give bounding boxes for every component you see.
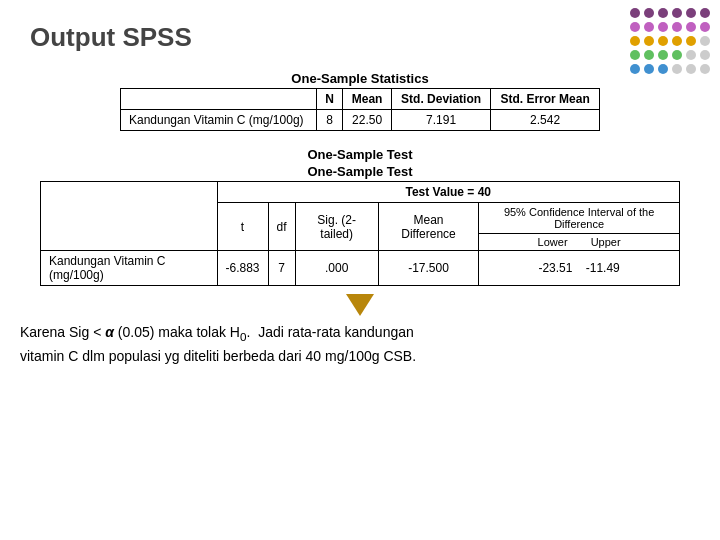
dot (700, 36, 710, 46)
dot (630, 22, 640, 32)
lower-upper-header: Lower Upper (479, 234, 680, 251)
test-table-rebuilt: Test Value = 40 t df Sig. (2-tailed) Mea… (40, 181, 680, 286)
test-row-lower-upper: -23.51 -11.49 (479, 251, 680, 286)
arrow-container (0, 294, 720, 316)
dot (630, 36, 640, 46)
test-section-title: One-Sample Test (30, 147, 690, 162)
dot (630, 8, 640, 18)
dot (644, 36, 654, 46)
stats-col-stddev: Std. Deviation (391, 89, 490, 110)
dot (700, 64, 710, 74)
dot (686, 36, 696, 46)
h-subscript: 0 (240, 330, 246, 343)
stats-section-title: One-Sample Statistics (30, 71, 690, 86)
dot (672, 36, 682, 46)
dot (644, 50, 654, 60)
dot (658, 22, 668, 32)
test-section-title2: One-Sample Test (30, 164, 690, 179)
dot (658, 50, 668, 60)
test-row-df: 7 (268, 251, 295, 286)
conclusion-line1: Karena Sig < (20, 324, 105, 340)
test-value-cell: Test Value = 40 (217, 182, 679, 203)
conclusion-line2: vitamin C dlm populasi yg diteliti berbe… (20, 348, 416, 364)
dot (686, 64, 696, 74)
df-header: df (268, 203, 295, 251)
test-thead-row1: Test Value = 40 (41, 182, 680, 203)
dot (672, 8, 682, 18)
conclusion-paren: (0.05) maka tolak H0. Jadi rata-rata kan… (114, 324, 414, 340)
upper-value: -11.49 (586, 261, 620, 275)
alpha-symbol: α (105, 324, 114, 340)
stats-row-mean: 22.50 (343, 110, 392, 131)
dot (672, 50, 682, 60)
dot (672, 64, 682, 74)
stats-col-label (121, 89, 317, 110)
stats-row-stderr: 2.542 (491, 110, 600, 131)
stats-col-mean: Mean (343, 89, 392, 110)
page-title: Output SPSS (0, 0, 720, 71)
lower-value: -23.51 (538, 261, 572, 275)
stats-row-label: Kandungan Vitamin C (mg/100g) (121, 110, 317, 131)
conclusion-text: Karena Sig < α (0.05) maka tolak H0. Jad… (0, 322, 720, 368)
dot (686, 22, 696, 32)
test-row-label: Kandungan Vitamin C (mg/100g) (41, 251, 218, 286)
t-header: t (217, 203, 268, 251)
sig-header: Sig. (2-tailed) (295, 203, 378, 251)
dot (700, 22, 710, 32)
dot (686, 50, 696, 60)
test-row-meandiff: -17.500 (378, 251, 478, 286)
dot (700, 50, 710, 60)
stats-table: N Mean Std. Deviation Std. Error Mean Ka… (120, 88, 600, 131)
stats-row-stddev: 7.191 (391, 110, 490, 131)
decorative-dots (630, 8, 712, 76)
stats-row-n: 8 (316, 110, 342, 131)
dot (644, 22, 654, 32)
test-data-row: Kandungan Vitamin C (mg/100g) -6.883 7 .… (41, 251, 680, 286)
dot (658, 8, 668, 18)
dot (644, 8, 654, 18)
dot (644, 64, 654, 74)
dot (630, 50, 640, 60)
dot (658, 36, 668, 46)
dot (686, 8, 696, 18)
stats-section: One-Sample Statistics N Mean Std. Deviat… (30, 71, 690, 131)
meandiff-header: Mean Difference (378, 203, 478, 251)
test-section: One-Sample Test (30, 147, 690, 162)
lower-label: Lower (538, 236, 568, 248)
test-row-sig: .000 (295, 251, 378, 286)
stats-header-row: N Mean Std. Deviation Std. Error Mean (121, 89, 600, 110)
test-row-t: -6.883 (217, 251, 268, 286)
main-content: One-Sample Statistics N Mean Std. Deviat… (0, 71, 720, 162)
stats-col-stderr: Std. Error Mean (491, 89, 600, 110)
stats-col-n: N (316, 89, 342, 110)
upper-label: Upper (591, 236, 621, 248)
dot (658, 64, 668, 74)
down-arrow-icon (346, 294, 374, 316)
dot (630, 64, 640, 74)
dot (700, 8, 710, 18)
stats-data-row: Kandungan Vitamin C (mg/100g) 8 22.50 7.… (121, 110, 600, 131)
test-section-rebuilt: One-Sample Test Test Value = 40 t df Sig… (0, 164, 720, 286)
dot (672, 22, 682, 32)
ci-header: 95% Confidence Interval of the Differenc… (479, 203, 680, 234)
